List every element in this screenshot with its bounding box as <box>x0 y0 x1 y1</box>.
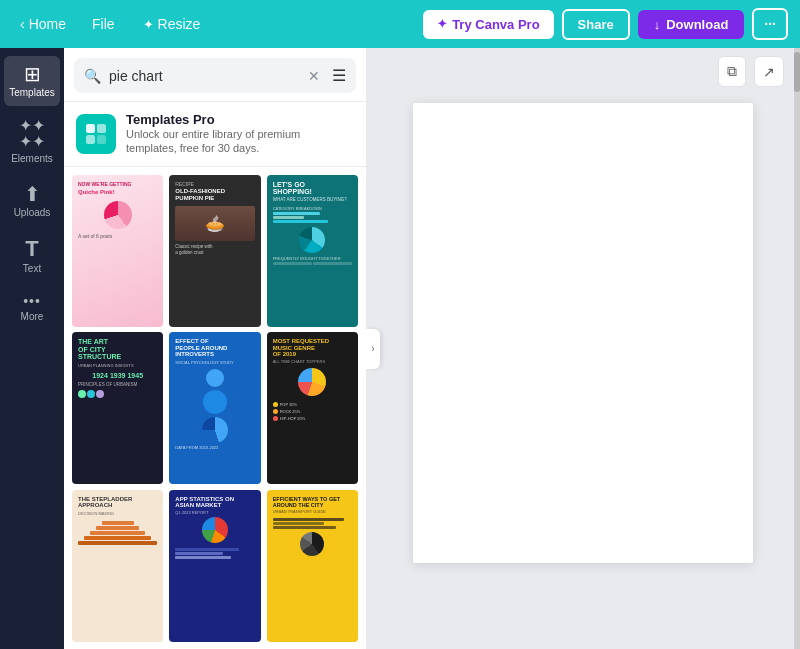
sidebar-item-templates[interactable]: ⊞ Templates <box>4 56 60 106</box>
home-label: Home <box>29 16 66 32</box>
sidebar-elements-label: Elements <box>11 153 53 164</box>
try-canva-label: Try Canva Pro <box>452 17 539 32</box>
svg-rect-2 <box>86 135 95 144</box>
template-item[interactable]: NOW WE'RE GETTING Quiche Pink! A set of … <box>72 175 163 327</box>
svg-rect-1 <box>97 124 106 133</box>
resize-button[interactable]: ✦ Resize <box>133 12 211 36</box>
more-options-button[interactable]: ··· <box>752 8 788 40</box>
collapse-panel-button[interactable]: › <box>366 329 380 369</box>
template-item[interactable]: RECIPE OLD-FASHIONEDPUMPKIN PIE 🥧 Classi… <box>169 175 260 327</box>
canvas-content <box>366 95 800 649</box>
filter-icon[interactable]: ☰ <box>332 66 346 85</box>
sidebar-templates-label: Templates <box>9 87 55 98</box>
pro-text: Templates Pro Unlock our entire library … <box>126 112 354 156</box>
resize-icon: ✦ <box>143 17 154 32</box>
chevron-left-icon: › <box>371 343 374 354</box>
template-item[interactable]: LET'S GOSHOPPING! WHAT ARE CUSTOMERS BUY… <box>267 175 358 327</box>
template-item[interactable]: APP STATISTICS ONASIAN MARKET Q1 2023 RE… <box>169 490 260 642</box>
search-input[interactable] <box>109 68 300 84</box>
search-bar: 🔍 ✕ ☰ <box>64 48 366 102</box>
star-icon: ✦ <box>437 17 447 31</box>
sidebar-item-more[interactable]: ••• More <box>4 286 60 330</box>
pro-title: Templates Pro <box>126 112 354 127</box>
clear-search-icon[interactable]: ✕ <box>308 68 320 84</box>
share-frame-button[interactable]: ↗ <box>754 56 784 87</box>
templates-icon: ⊞ <box>24 64 41 84</box>
canvas-toolbar: ⧉ ↗ <box>366 48 800 95</box>
template-grid: NOW WE'RE GETTING Quiche Pink! A set of … <box>64 167 366 649</box>
back-home-button[interactable]: ‹ Home <box>12 12 74 36</box>
template-item[interactable]: EFFICIENT WAYS TO GETAROUND THE CITY URB… <box>267 490 358 642</box>
template-item[interactable]: EFFECT OFPEOPLE AROUNDINTROVERTS SOCIAL … <box>169 332 260 484</box>
search-icon: 🔍 <box>84 68 101 84</box>
try-canva-pro-button[interactable]: ✦ Try Canva Pro <box>423 10 553 39</box>
canvas-page <box>413 103 753 563</box>
sidebar-more-label: More <box>21 311 44 322</box>
svg-rect-3 <box>97 135 106 144</box>
sidebar-text-label: Text <box>23 263 41 274</box>
file-menu-button[interactable]: File <box>82 12 125 36</box>
sidebar-item-uploads[interactable]: ⬆ Uploads <box>4 176 60 226</box>
main-layout: ⊞ Templates ✦✦✦✦ Elements ⬆ Uploads T Te… <box>0 48 800 649</box>
scrollbar-thumb <box>794 52 800 92</box>
template-item[interactable]: THE STEPLADDERAPPROACH DECISION MAKING <box>72 490 163 642</box>
canvas-area: › ⧉ ↗ <box>366 48 800 649</box>
uploads-icon: ⬆ <box>24 184 41 204</box>
resize-label: Resize <box>158 16 201 32</box>
share-icon: ↗ <box>763 64 775 80</box>
top-navigation: ‹ Home File ✦ Resize ✦ Try Canva Pro Sha… <box>0 0 800 48</box>
pro-icon <box>76 114 116 154</box>
download-button[interactable]: ↓ Download <box>638 10 745 39</box>
sidebar-item-elements[interactable]: ✦✦✦✦ Elements <box>4 110 60 172</box>
elements-icon: ✦✦✦✦ <box>19 118 45 150</box>
text-icon: T <box>25 238 38 260</box>
search-input-wrapper: 🔍 ✕ ☰ <box>74 58 356 93</box>
templates-panel: 🔍 ✕ ☰ Templates Pro Unlock our entire li… <box>64 48 366 649</box>
template-item[interactable]: THE ARTOF CITYSTRUCTURE URBAN PLANNING I… <box>72 332 163 484</box>
sidebar-uploads-label: Uploads <box>14 207 51 218</box>
pro-banner[interactable]: Templates Pro Unlock our entire library … <box>64 102 366 167</box>
copy-icon: ⧉ <box>727 63 737 80</box>
chevron-left-icon: ‹ <box>20 16 25 32</box>
template-item[interactable]: MOST REQUESTEDMUSIC GENREOF 2019 ALL TIM… <box>267 332 358 484</box>
pro-subtitle: Unlock our entire library of premium tem… <box>126 127 354 156</box>
svg-rect-0 <box>86 124 95 133</box>
download-label: Download <box>666 17 728 32</box>
canvas-scrollbar[interactable] <box>794 48 800 649</box>
sidebar-item-text[interactable]: T Text <box>4 230 60 282</box>
share-button[interactable]: Share <box>562 9 630 40</box>
more-icon: ••• <box>23 294 41 308</box>
download-icon: ↓ <box>654 17 661 32</box>
left-sidebar: ⊞ Templates ✦✦✦✦ Elements ⬆ Uploads T Te… <box>0 48 64 649</box>
copy-frame-button[interactable]: ⧉ <box>718 56 746 87</box>
